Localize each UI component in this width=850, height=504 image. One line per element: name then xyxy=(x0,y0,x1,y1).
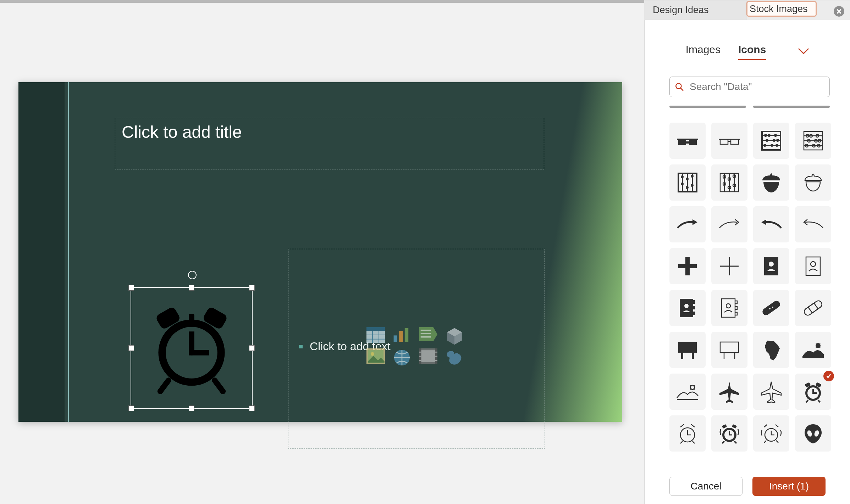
icon-alarm-clock-ringing-solid[interactable] xyxy=(711,415,747,452)
icon-plus-bold[interactable] xyxy=(669,248,706,284)
abacus-icon xyxy=(718,171,741,194)
title-placeholder[interactable]: Click to add title xyxy=(115,118,544,169)
insert-table-icon[interactable] xyxy=(366,327,385,343)
svg-point-44 xyxy=(811,262,816,267)
svg-rect-56 xyxy=(808,303,818,313)
icon-search-field[interactable] xyxy=(669,77,830,97)
selected-object-alarm-clock[interactable] xyxy=(131,287,253,409)
insert-smartart-icon[interactable] xyxy=(419,327,437,343)
address-book-icon xyxy=(676,297,699,319)
icon-abacus-outline[interactable] xyxy=(795,123,831,159)
icon-airplane-outline[interactable] xyxy=(753,374,789,410)
more-tabs-chevron[interactable] xyxy=(784,46,809,57)
icon-alien-solid[interactable] xyxy=(795,415,831,452)
svg-rect-89 xyxy=(421,350,436,362)
icon-africa-solid[interactable] xyxy=(753,332,789,368)
icons-tab[interactable]: Icons xyxy=(738,44,766,60)
resize-handle-e[interactable] xyxy=(249,345,255,351)
arrow-icon xyxy=(802,213,824,236)
icon-arrow-curve-right-solid[interactable] xyxy=(669,206,706,242)
icon-3d-glasses-outline[interactable] xyxy=(711,123,747,159)
resize-handle-sw[interactable] xyxy=(128,405,134,411)
svg-rect-58 xyxy=(681,353,683,359)
category-strip[interactable] xyxy=(669,106,830,113)
svg-rect-47 xyxy=(693,306,695,309)
icon-billboard-outline[interactable] xyxy=(711,332,747,368)
insert-chart-icon[interactable] xyxy=(393,327,411,343)
icon-agriculture-scene-solid[interactable] xyxy=(795,332,831,368)
icon-arrow-curve-left-solid[interactable] xyxy=(753,206,789,242)
resize-handle-ne[interactable] xyxy=(249,285,255,291)
cancel-button[interactable]: Cancel xyxy=(669,477,743,496)
icon-plus-thin[interactable] xyxy=(711,248,747,284)
3d-glasses-icon xyxy=(718,129,741,152)
svg-point-13 xyxy=(776,144,778,147)
abacus-icon xyxy=(676,171,699,194)
close-pane-button[interactable] xyxy=(834,6,844,17)
design-ideas-tab[interactable]: Design Ideas xyxy=(644,0,746,20)
icon-3d-glasses-solid[interactable] xyxy=(669,123,706,159)
icon-billboard-solid[interactable] xyxy=(669,332,706,368)
svg-rect-79 xyxy=(399,331,403,342)
icon-arrow-curve-right-thin[interactable] xyxy=(711,206,747,242)
landscape-icon xyxy=(676,380,699,403)
svg-point-54 xyxy=(772,307,773,308)
insert-3dmodel-icon[interactable] xyxy=(445,327,464,343)
svg-point-29 xyxy=(681,183,684,185)
insert-online-picture-icon[interactable] xyxy=(393,348,411,364)
acorn-icon xyxy=(802,171,824,194)
icon-arrow-curve-left-thin[interactable] xyxy=(795,206,831,242)
svg-rect-82 xyxy=(421,333,431,335)
icon-address-book-solid[interactable] xyxy=(753,248,789,284)
task-pane-header: Design Ideas Stock Images xyxy=(644,0,850,20)
icon-address-book-outline[interactable] xyxy=(795,248,831,284)
svg-rect-76 xyxy=(366,327,385,331)
airplane-icon xyxy=(718,380,741,403)
images-tab[interactable]: Images xyxy=(686,44,721,60)
top-border-strip xyxy=(0,0,644,3)
resize-handle-n[interactable] xyxy=(189,285,194,291)
billboard-icon xyxy=(718,338,741,361)
svg-rect-69 xyxy=(722,424,727,429)
resize-handle-s[interactable] xyxy=(189,405,194,411)
search-input[interactable] xyxy=(689,81,824,93)
icon-agriculture-scene-outline[interactable] xyxy=(669,374,706,410)
content-insert-icons[interactable] xyxy=(366,327,467,366)
svg-point-7 xyxy=(774,134,777,137)
rotation-handle[interactable] xyxy=(188,271,197,279)
icon-alarm-clock-solid[interactable] xyxy=(795,374,831,410)
icon-acorn-outline[interactable] xyxy=(795,164,831,201)
insert-picture-icon[interactable] xyxy=(366,348,385,364)
icon-alarm-clock-ringing-outline[interactable] xyxy=(753,415,789,452)
abacus-icon xyxy=(802,129,824,152)
insert-button[interactable]: Insert (1) xyxy=(752,477,826,496)
insert-icon-icon[interactable] xyxy=(445,348,464,364)
icon-address-book-tab-outline[interactable] xyxy=(711,290,747,326)
icon-abacus-solid[interactable] xyxy=(753,123,789,159)
icon-airplane-solid[interactable] xyxy=(711,374,747,410)
insert-video-icon[interactable] xyxy=(419,348,437,364)
alarm-clock-icon xyxy=(145,302,238,394)
icon-abacus-vertical-solid[interactable] xyxy=(669,164,706,201)
svg-point-51 xyxy=(726,304,730,308)
acorn-icon xyxy=(760,171,783,194)
content-placeholder[interactable]: Click to add text xyxy=(288,249,545,449)
svg-rect-48 xyxy=(693,312,695,315)
icon-bandage-solid[interactable] xyxy=(753,290,789,326)
icon-address-book-tab-solid[interactable] xyxy=(669,290,706,326)
alarm-clock-icon xyxy=(802,380,824,403)
resize-handle-w[interactable] xyxy=(128,345,134,351)
svg-rect-55 xyxy=(803,299,823,317)
landscape-icon xyxy=(802,338,824,361)
resize-handle-nw[interactable] xyxy=(128,285,134,291)
search-icon xyxy=(675,82,684,91)
stock-images-tab[interactable]: Stock Images xyxy=(746,1,817,17)
slide-canvas[interactable]: Click to add title Click to add text xyxy=(18,82,622,422)
icon-alarm-clock-outline-1[interactable] xyxy=(669,415,706,452)
icon-acorn-solid[interactable] xyxy=(753,164,789,201)
resize-handle-se[interactable] xyxy=(249,405,255,411)
icon-bandage-outline[interactable] xyxy=(795,290,831,326)
svg-point-11 xyxy=(763,144,766,147)
icon-abacus-vertical-outline[interactable] xyxy=(711,164,747,201)
slide-accent-line xyxy=(68,82,69,422)
